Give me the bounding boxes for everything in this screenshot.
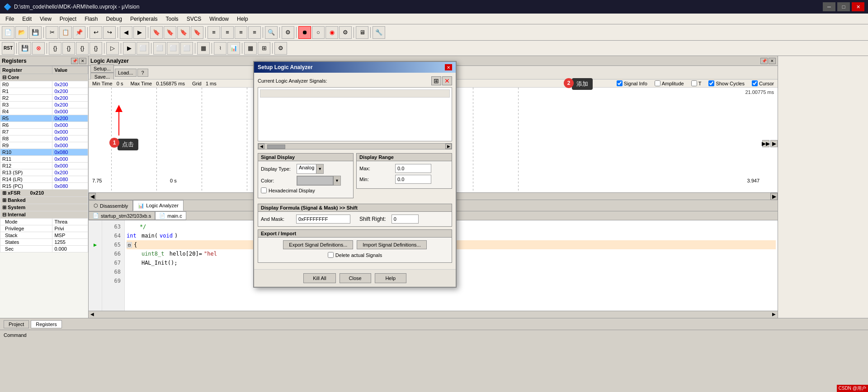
list-item[interactable]: ⊟ Internal <box>0 211 88 219</box>
max-input[interactable] <box>395 164 431 173</box>
scroll-right-arrow[interactable]: ▶ <box>445 144 452 149</box>
tab-registers[interactable]: Registers <box>31 320 61 328</box>
signal-add-btn[interactable]: ⊞ <box>431 76 441 85</box>
menu-file[interactable]: File <box>2 15 18 23</box>
color-arrow[interactable]: ▼ <box>333 176 340 185</box>
load-dropdown[interactable]: Load... <box>115 69 137 77</box>
brace2-btn[interactable]: {} <box>62 42 75 55</box>
tab-disassembly[interactable]: ⬡ Disassembly <box>89 200 133 211</box>
search-btn[interactable]: 🔍 <box>265 26 278 39</box>
import-signal-btn[interactable]: Import Signal Definitions... <box>357 240 426 249</box>
code-scroll-left[interactable]: ◀ <box>89 311 96 317</box>
list-item[interactable]: Sec0.000 <box>0 246 88 252</box>
indent-btn[interactable]: ≡ <box>208 26 220 39</box>
registers-pin-btn[interactable]: 📌 <box>71 58 78 64</box>
la-pin-btn[interactable]: 📌 <box>760 58 768 64</box>
stm2-btn[interactable]: ⬜ <box>167 42 179 55</box>
menu-flash[interactable]: Flash <box>81 15 101 23</box>
menu-view[interactable]: View <box>36 15 55 23</box>
list-item[interactable]: R00x200 <box>0 81 88 88</box>
kill-all-button[interactable]: Kill All <box>303 273 335 283</box>
save-btn[interactable]: 💾 <box>29 26 42 39</box>
code-scroll-right[interactable]: ▶ <box>770 311 778 317</box>
close-button[interactable]: ✕ <box>852 2 864 11</box>
cursor-checkbox[interactable] <box>752 80 758 86</box>
list-item[interactable]: PrivilegePrivi <box>0 225 88 232</box>
help-button[interactable]: ? <box>137 69 148 77</box>
back-btn[interactable]: ◀ <box>120 26 132 39</box>
scroll-right-btn[interactable]: ▶ <box>770 193 778 200</box>
redo-btn[interactable]: ↪ <box>103 26 116 39</box>
list-item[interactable]: R120x000 <box>0 163 88 169</box>
wave2-btn[interactable]: 📊 <box>227 42 240 55</box>
undo-btn[interactable]: ↩ <box>90 26 102 39</box>
debug-target-btn[interactable]: 🖥 <box>356 26 368 39</box>
play-btn[interactable]: ▶ <box>123 42 136 55</box>
signal-item-selected[interactable] <box>260 89 450 98</box>
list-item[interactable]: ⊞ System <box>0 204 88 211</box>
brace3-btn[interactable]: {} <box>76 42 89 55</box>
color-swatch[interactable] <box>297 176 333 185</box>
minimize-button[interactable]: ─ <box>823 2 835 11</box>
rst-btn[interactable]: RST <box>2 42 14 55</box>
shift-right-input[interactable] <box>392 215 419 224</box>
list-item[interactable]: R100x080 <box>0 149 88 156</box>
bookmark3-btn[interactable]: 🔖 <box>177 26 190 39</box>
cursor-checkbox-option[interactable]: Cursor <box>752 80 774 86</box>
amplitude-option[interactable]: Amplitude <box>655 80 684 86</box>
list-item[interactable]: ⊟ Core <box>0 74 88 81</box>
stm-btn[interactable]: ⬜ <box>153 42 166 55</box>
list-item[interactable]: ⊞ Banked <box>0 197 88 204</box>
grid2-btn[interactable]: ⊞ <box>258 42 270 55</box>
scroll-left-btn[interactable]: ◀ <box>89 193 96 200</box>
menu-debug[interactable]: Debug <box>103 15 126 23</box>
la-scroll-end[interactable]: ▶▶ <box>762 140 769 147</box>
open-btn[interactable]: 📂 <box>15 26 28 39</box>
bookmark1-btn[interactable]: 🔖 <box>150 26 163 39</box>
signal-scrollbar[interactable]: ◀ ▶ <box>258 143 452 149</box>
menu-project[interactable]: Project <box>56 15 80 23</box>
menu-tools[interactable]: Tools <box>162 15 182 23</box>
display-type-dropdown[interactable]: Analog ▼ <box>297 164 324 174</box>
step-btn[interactable]: ⬜ <box>137 42 149 55</box>
and-mask-input[interactable] <box>296 215 350 224</box>
scroll-left-arrow[interactable]: ◀ <box>258 144 264 149</box>
file-tab-startup[interactable]: 📄 startup_stm32f103xb.s <box>89 211 155 220</box>
run3-btn[interactable]: ◉ <box>326 26 338 39</box>
menu-svcs[interactable]: SVCS <box>183 15 205 23</box>
bookmark4-btn[interactable]: 🔖 <box>191 26 203 39</box>
bookmark2-btn[interactable]: 🔖 <box>164 26 176 39</box>
tab-project[interactable]: Project <box>4 320 29 328</box>
window-controls[interactable]: ─ □ ✕ <box>823 2 864 11</box>
list-item[interactable]: R50x200 <box>0 115 88 122</box>
list-item[interactable]: ⊞ xFSR 0x210 <box>0 190 88 197</box>
menu-help[interactable]: Help <box>233 15 252 23</box>
brace1-btn[interactable]: {} <box>49 42 61 55</box>
mem-btn[interactable]: ▦ <box>197 42 210 55</box>
color-picker[interactable]: ▼ <box>297 176 341 186</box>
outdent-btn[interactable]: ≡ <box>221 26 234 39</box>
settings-btn[interactable]: 🔧 <box>373 26 385 39</box>
col-btn[interactable]: ≡ <box>235 26 247 39</box>
arrow-right-btn[interactable]: ▷ <box>106 42 119 55</box>
cursor-option[interactable]: Show Cycles <box>708 80 745 86</box>
list-item[interactable]: StackMSP <box>0 232 88 239</box>
copy-btn[interactable]: 📋 <box>59 26 72 39</box>
wave-btn[interactable]: ⌇ <box>214 42 226 55</box>
signal-remove-btn[interactable]: ✕ <box>442 76 452 85</box>
fwd-btn[interactable]: ▶ <box>133 26 146 39</box>
list-item[interactable]: R40x000 <box>0 108 88 115</box>
la-scroll-right[interactable]: ▶ <box>770 140 778 147</box>
stm3-btn[interactable]: ⬜ <box>180 42 193 55</box>
show-cycles-option[interactable]: T <box>691 80 702 86</box>
show-cycles-checkbox[interactable] <box>691 80 697 86</box>
grid-btn[interactable]: ▦ <box>244 42 257 55</box>
registers-scroll[interactable]: Register Value ⊟ Core R00x200 R10x200 R2… <box>0 66 88 318</box>
cut-btn[interactable]: ✂ <box>46 26 58 39</box>
tab-logic-analyzer[interactable]: 📊 Logic Analyzer <box>133 200 184 211</box>
config-btn[interactable]: ⚙ <box>282 26 294 39</box>
run-btn[interactable]: ⏺ <box>298 26 311 39</box>
registers-close-btn[interactable]: ✕ <box>79 58 86 64</box>
list-item[interactable]: R20x200 <box>0 95 88 102</box>
maximize-button[interactable]: □ <box>837 2 850 11</box>
